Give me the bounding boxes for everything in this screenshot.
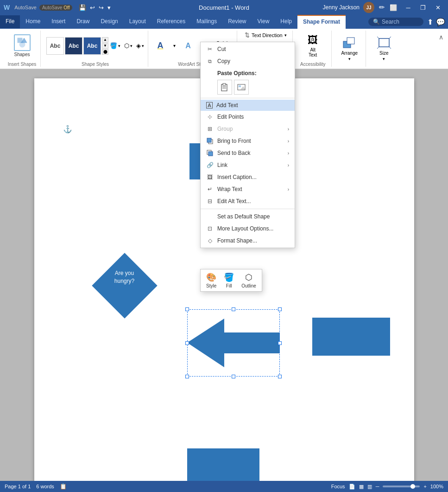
autosave-label: AutoSave [14, 5, 37, 10]
handle-tr[interactable] [278, 307, 282, 311]
search-icon: 🔍 [373, 19, 380, 25]
bring-front-arrow-icon: › [288, 139, 289, 144]
wordart-font-color-picker[interactable]: ▾ [168, 39, 181, 52]
tab-review[interactable]: Review [222, 15, 252, 28]
ctx-add-text[interactable]: A Add Text [201, 100, 295, 111]
ctx-copy[interactable]: ⧉ Copy [201, 55, 295, 67]
ctx-format-shape[interactable]: ◇ Format Shape... [201, 235, 295, 247]
ctx-group[interactable]: ⊞ Group › [201, 123, 295, 135]
ctx-more-layout[interactable]: ⊡ More Layout Options... [201, 223, 295, 235]
autosave-toggle[interactable]: AutoSave Off [39, 5, 73, 11]
redo-button[interactable]: ↪ [98, 3, 105, 12]
shape-styles-down[interactable]: ▼ [102, 43, 108, 49]
mini-toolbar: 🎨 Style 🪣 Fill ⬡ Outline [200, 269, 262, 292]
comments-icon[interactable]: 💬 [436, 18, 445, 26]
tab-help[interactable]: Help [275, 15, 297, 28]
wordart-font-color-btn[interactable]: A [154, 39, 167, 52]
ctx-send-to-back[interactable]: Send to Back › [201, 147, 295, 159]
ctx-link[interactable]: 🔗 Link › [201, 159, 295, 171]
shape-styles-group: Abc Abc Abc ▲ ▼ ⬤ 🪣 ▾ [43, 31, 148, 67]
paste-btn-1[interactable] [217, 80, 232, 95]
arrange-button[interactable]: Arrange ▾ [341, 37, 358, 61]
zoom-in-icon[interactable]: + [423, 484, 426, 489]
tab-file[interactable]: File [0, 15, 20, 28]
text-direction-button[interactable]: ⇅ Text Direction ▾ [243, 31, 289, 39]
shape-effects-button[interactable]: ◈ ▾ [136, 42, 144, 49]
layout-view-2[interactable]: ▦ [359, 484, 364, 490]
alt-text-button[interactable]: 🖼 AltText [308, 34, 318, 58]
ctx-edit-points[interactable]: ⊹ Edit Points [201, 111, 295, 123]
zoom-level[interactable]: 100% [430, 484, 443, 489]
svg-line-6 [377, 37, 379, 38]
shape-styles-more[interactable]: ⬤ [102, 49, 108, 55]
shapes-button[interactable]: Shapes [14, 34, 31, 57]
ctx-wrap-text[interactable]: ↵ Wrap Text › [201, 183, 295, 195]
ctx-edit-alt-text[interactable]: ⊟ Edit Alt Text... [201, 195, 295, 207]
tab-layout[interactable]: Layout [124, 15, 151, 28]
ribbon-display-button[interactable]: ⬜ [387, 3, 400, 12]
shape-diamond-container[interactable]: Are youhungry? [85, 260, 164, 311]
tab-mailings[interactable]: Mailings [191, 15, 222, 28]
shape-style-2[interactable]: Abc [65, 37, 82, 55]
svg-line-8 [377, 47, 379, 49]
shape-style-1[interactable]: Abc [46, 37, 64, 55]
undo-button[interactable]: ↩ [89, 3, 96, 12]
restore-button[interactable]: ❐ [416, 3, 429, 12]
handle-tl[interactable] [185, 307, 189, 311]
handle-mr[interactable] [278, 341, 282, 345]
mini-fill-button[interactable]: 🪣 Fill [222, 271, 236, 289]
customize-button[interactable]: ▾ [107, 3, 112, 12]
tab-view[interactable]: View [252, 15, 275, 28]
handle-br[interactable] [278, 375, 282, 378]
handle-ml[interactable] [185, 341, 189, 345]
proofing-icon[interactable]: 📋 [60, 483, 67, 490]
paste-btn-2[interactable] [234, 80, 249, 95]
page-info: Page 1 of 1 [5, 484, 31, 489]
user-avatar[interactable]: JJ [363, 2, 374, 13]
focus-button[interactable]: Focus [331, 484, 345, 489]
send-to-back-icon [206, 149, 214, 157]
shape-rect-right[interactable] [312, 318, 390, 356]
share-icon[interactable]: ⬆ [427, 18, 433, 26]
app-wrapper: W AutoSave AutoSave Off 💾 ↩ ↪ ▾ Document… [0, 0, 448, 492]
shape-diamond [92, 253, 157, 318]
accessibility-group: 🖼 AltText Accessibility [295, 31, 332, 67]
ctx-insert-caption[interactable]: 🖼 Insert Caption... [201, 171, 295, 183]
layout-view-3[interactable]: ▥ [367, 484, 372, 490]
ctx-set-default[interactable]: Set as Default Shape [201, 211, 295, 223]
shape-fill-button[interactable]: 🪣 ▾ [110, 42, 120, 49]
ctx-bring-to-front[interactable]: Bring to Front › [201, 135, 295, 147]
ribbon-collapse-button[interactable]: ∧ [438, 32, 444, 42]
search-input[interactable] [382, 19, 419, 25]
shape-style-3[interactable]: Abc [83, 37, 101, 55]
arrange-icon [342, 37, 356, 50]
mini-style-button[interactable]: 🎨 Style [204, 271, 218, 289]
tab-design[interactable]: Design [95, 15, 123, 28]
zoom-thumb [410, 484, 415, 489]
pen-icon[interactable]: ✏ [379, 3, 385, 12]
tab-draw[interactable]: Draw [71, 15, 95, 28]
tab-home[interactable]: Home [20, 15, 46, 28]
wordart-text-fill-btn[interactable]: A [182, 39, 195, 52]
zoom-out-icon[interactable]: ─ [376, 484, 379, 489]
link-icon: 🔗 [206, 161, 214, 169]
shape-outline-button[interactable]: ⬡ ▾ [124, 42, 133, 49]
shape-arrow-selected[interactable] [187, 309, 280, 377]
ctx-cut[interactable]: ✂ Cut [201, 43, 295, 55]
handle-bl[interactable] [185, 375, 189, 378]
tab-insert[interactable]: Insert [46, 15, 71, 28]
size-button[interactable]: Size ▾ [377, 37, 391, 61]
zoom-slider[interactable] [383, 486, 420, 487]
tab-shape-format[interactable]: Shape Format [297, 15, 346, 29]
shape-styles-up[interactable]: ▲ [102, 37, 108, 43]
layout-view-1[interactable]: 📄 [349, 484, 355, 490]
mini-outline-button[interactable]: ⬡ Outline [240, 271, 258, 289]
context-menu: ✂ Cut ⧉ Copy Paste Options: [200, 42, 295, 248]
handle-bm[interactable] [232, 375, 235, 378]
close-button[interactable]: ✕ [431, 3, 444, 12]
minimize-button[interactable]: ─ [402, 3, 415, 12]
save-button[interactable]: 💾 [78, 3, 87, 12]
handle-tm[interactable] [232, 307, 235, 311]
svg-marker-17 [240, 86, 245, 89]
tab-references[interactable]: References [151, 15, 191, 28]
